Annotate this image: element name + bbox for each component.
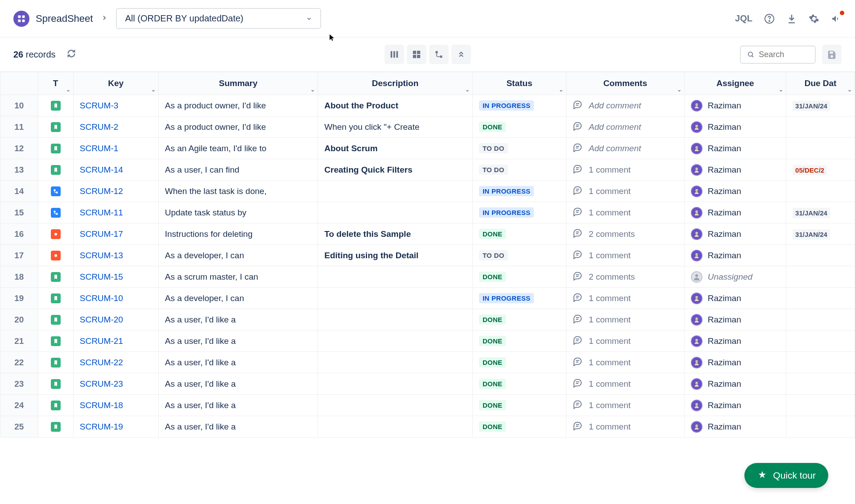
gear-icon[interactable] bbox=[809, 13, 819, 24]
table-row[interactable]: 12SCRUM-1As an Agile team, I'd like toAb… bbox=[0, 138, 855, 159]
issue-key-link[interactable]: SCRUM-11 bbox=[80, 208, 123, 217]
status-cell[interactable]: DONE bbox=[472, 309, 566, 330]
column-menu-icon[interactable]: ⌄ bbox=[151, 87, 156, 93]
status-cell[interactable]: DONE bbox=[472, 330, 566, 352]
type-cell[interactable] bbox=[38, 223, 73, 245]
status-chip[interactable]: IN PROGRESS bbox=[479, 100, 534, 111]
assignee-cell[interactable]: Raziman bbox=[684, 288, 786, 309]
type-cell[interactable] bbox=[38, 352, 73, 373]
description-cell[interactable] bbox=[318, 373, 473, 395]
column-menu-icon[interactable]: ⌄ bbox=[66, 87, 70, 93]
column-header-status[interactable]: Status⌄ bbox=[472, 72, 566, 95]
table-row[interactable]: 16SCRUM-17Instructions for deletingTo de… bbox=[0, 223, 855, 245]
comments-cell[interactable]: Add comment bbox=[573, 99, 678, 112]
status-chip[interactable]: DONE bbox=[479, 229, 506, 239]
summary-cell[interactable]: Instructions for deleting bbox=[158, 223, 318, 245]
table-row[interactable]: 19SCRUM-10As a developer, I canIN PROGRE… bbox=[0, 288, 855, 309]
description-cell[interactable]: To delete this Sample bbox=[318, 223, 473, 245]
due-date-cell[interactable]: 31/JAN/24 bbox=[786, 223, 855, 245]
issue-key-link[interactable]: SCRUM-10 bbox=[80, 293, 123, 303]
description-cell[interactable] bbox=[318, 266, 473, 288]
due-date-cell[interactable] bbox=[786, 373, 855, 395]
comments-column-cell[interactable]: 1 comment bbox=[566, 245, 685, 266]
assignee-cell[interactable]: Raziman bbox=[684, 245, 786, 266]
status-cell[interactable]: DONE bbox=[472, 373, 566, 395]
table-row[interactable]: 13SCRUM-14As a user, I can findCreating … bbox=[0, 159, 855, 181]
table-row[interactable]: 23SCRUM-23As a user, I'd like aDONE1 com… bbox=[0, 373, 855, 395]
assignee-cell[interactable]: Raziman bbox=[684, 159, 786, 181]
comments-cell[interactable]: 1 comment bbox=[573, 335, 678, 347]
type-cell[interactable] bbox=[38, 159, 73, 181]
table-row[interactable]: 25SCRUM-19As a user, I'd like aDONE1 com… bbox=[0, 416, 855, 438]
key-cell[interactable]: SCRUM-17 bbox=[73, 223, 158, 245]
due-date-cell[interactable] bbox=[786, 288, 855, 309]
assignee-cell[interactable]: Raziman bbox=[684, 395, 786, 416]
view-grid-button[interactable] bbox=[407, 45, 426, 64]
type-cell[interactable] bbox=[38, 138, 73, 159]
table-row[interactable]: 22SCRUM-22As a user, I'd like aDONE1 com… bbox=[0, 352, 855, 373]
issue-key-link[interactable]: SCRUM-18 bbox=[80, 401, 123, 410]
search-box[interactable] bbox=[740, 45, 816, 64]
status-cell[interactable]: DONE bbox=[472, 266, 566, 288]
assignee-cell[interactable]: Raziman bbox=[684, 330, 786, 352]
summary-cell[interactable]: As an Agile team, I'd like to bbox=[158, 138, 318, 159]
view-hierarchy-button[interactable] bbox=[429, 45, 449, 64]
key-cell[interactable]: SCRUM-3 bbox=[73, 95, 158, 116]
description-cell[interactable] bbox=[318, 288, 473, 309]
assignee-cell[interactable]: Raziman bbox=[684, 223, 786, 245]
column-menu-icon[interactable]: ⌄ bbox=[677, 87, 682, 93]
comments-cell[interactable]: 1 comment bbox=[573, 314, 678, 326]
comments-cell[interactable]: Add comment bbox=[573, 121, 678, 133]
issue-key-link[interactable]: SCRUM-12 bbox=[80, 186, 123, 196]
issue-key-link[interactable]: SCRUM-13 bbox=[80, 251, 123, 260]
summary-cell[interactable]: As a user, I can find bbox=[158, 159, 318, 181]
status-chip[interactable]: IN PROGRESS bbox=[479, 293, 534, 303]
summary-cell[interactable]: As a user, I'd like a bbox=[158, 373, 318, 395]
key-cell[interactable]: SCRUM-19 bbox=[73, 416, 158, 438]
comments-column-cell[interactable]: 1 comment bbox=[566, 309, 685, 330]
summary-cell[interactable]: As a user, I'd like a bbox=[158, 309, 318, 330]
due-date-cell[interactable] bbox=[786, 116, 855, 138]
due-date-cell[interactable]: 31/JAN/24 bbox=[786, 202, 855, 223]
summary-cell[interactable]: When the last task is done, bbox=[158, 181, 318, 202]
save-button[interactable] bbox=[822, 45, 842, 64]
type-cell[interactable] bbox=[38, 330, 73, 352]
issue-key-link[interactable]: SCRUM-22 bbox=[80, 358, 123, 367]
description-cell[interactable] bbox=[318, 395, 473, 416]
type-cell[interactable] bbox=[38, 181, 73, 202]
table-row[interactable]: 15SCRUM-11Update task status byIN PROGRE… bbox=[0, 202, 855, 223]
type-cell[interactable] bbox=[38, 202, 73, 223]
status-cell[interactable]: TO DO bbox=[472, 159, 566, 181]
summary-cell[interactable]: Update task status by bbox=[158, 202, 318, 223]
description-cell[interactable]: About Scrum bbox=[318, 138, 473, 159]
key-cell[interactable]: SCRUM-21 bbox=[73, 330, 158, 352]
table-row[interactable]: 14SCRUM-12When the last task is done,IN … bbox=[0, 181, 855, 202]
key-cell[interactable]: SCRUM-20 bbox=[73, 309, 158, 330]
assignee-cell[interactable]: Raziman bbox=[684, 138, 786, 159]
description-cell[interactable]: Editing using the Detail bbox=[318, 245, 473, 266]
status-cell[interactable]: DONE bbox=[472, 116, 566, 138]
comments-cell[interactable]: 2 comments bbox=[573, 228, 678, 240]
summary-cell[interactable]: As a product owner, I'd like bbox=[158, 116, 318, 138]
key-cell[interactable]: SCRUM-2 bbox=[73, 116, 158, 138]
due-date-cell[interactable] bbox=[786, 266, 855, 288]
comments-column-cell[interactable]: Add comment bbox=[566, 116, 685, 138]
comments-cell[interactable]: 2 comments bbox=[573, 271, 678, 283]
column-menu-icon[interactable]: ⌄ bbox=[847, 87, 852, 93]
description-cell[interactable] bbox=[318, 330, 473, 352]
assignee-cell[interactable]: Raziman bbox=[684, 95, 786, 116]
comments-column-cell[interactable]: 1 comment bbox=[566, 288, 685, 309]
summary-cell[interactable]: As a scrum master, I can bbox=[158, 266, 318, 288]
issue-key-link[interactable]: SCRUM-23 bbox=[80, 379, 123, 388]
column-menu-icon[interactable]: ⌄ bbox=[779, 87, 783, 93]
comments-cell[interactable]: 1 comment bbox=[573, 292, 678, 304]
key-cell[interactable]: SCRUM-12 bbox=[73, 181, 158, 202]
filter-dropdown[interactable]: All (ORDER BY updatedDate) bbox=[116, 8, 321, 29]
summary-cell[interactable]: As a user, I'd like a bbox=[158, 330, 318, 352]
key-cell[interactable]: SCRUM-13 bbox=[73, 245, 158, 266]
comments-cell[interactable]: 1 comment bbox=[573, 421, 678, 433]
status-cell[interactable]: DONE bbox=[472, 223, 566, 245]
summary-cell[interactable]: As a user, I'd like a bbox=[158, 395, 318, 416]
search-input[interactable] bbox=[759, 50, 809, 59]
key-cell[interactable]: SCRUM-14 bbox=[73, 159, 158, 181]
